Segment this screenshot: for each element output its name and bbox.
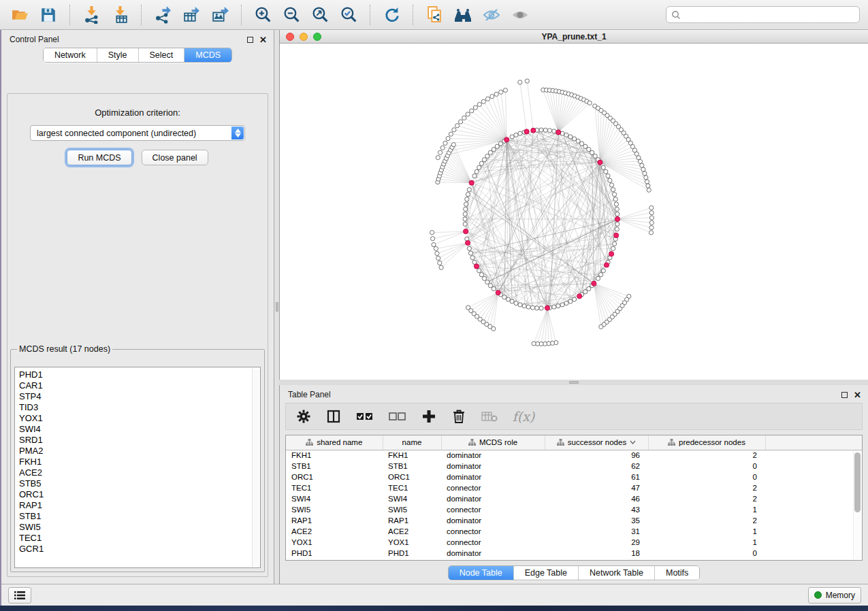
table-row[interactable]: PHD1PHD1dominator180	[286, 548, 862, 559]
import-table-icon[interactable]	[108, 3, 131, 27]
table-panel-title: Table Panel	[288, 390, 331, 399]
table-row[interactable]: TEC1TEC1connector472	[286, 482, 862, 493]
toolbar-separator	[413, 5, 413, 25]
export-image-icon[interactable]	[208, 3, 231, 27]
mcds-tab-content: Optimization criterion: largest connecte…	[7, 93, 268, 577]
tab-edge-table[interactable]: Edge Table	[513, 566, 578, 580]
zoom-out-icon[interactable]	[280, 3, 303, 27]
table-row[interactable]: RAP1RAP1dominator352	[286, 515, 862, 526]
column-header-shared-name[interactable]: shared name	[286, 435, 383, 450]
hide-selected-icon[interactable]	[480, 3, 503, 27]
mcds-result-item[interactable]: STB5	[19, 478, 260, 489]
run-mcds-button[interactable]: Run MCDS	[67, 150, 131, 165]
tab-motifs[interactable]: Motifs	[654, 566, 699, 580]
table-row[interactable]: SWI5SWI5connector431	[286, 504, 862, 515]
toolbar-separator	[370, 5, 370, 25]
zoom-fit-icon[interactable]	[308, 3, 332, 27]
memory-label: Memory	[826, 591, 855, 600]
column-header-successor-nodes[interactable]: successor nodes	[545, 435, 648, 450]
close-window-icon[interactable]	[286, 33, 294, 41]
list-icon	[14, 591, 25, 600]
tab-mcds[interactable]: MCDS	[184, 48, 231, 62]
close-panel-icon[interactable]: ✕	[259, 37, 267, 43]
mcds-result-item[interactable]: ACE2	[19, 467, 260, 478]
mcds-result-list[interactable]: PHD1CAR1STP4TID3YOX1SWI4SRD1PMA2FKH1ACE2…	[14, 367, 261, 568]
tab-select[interactable]: Select	[138, 48, 184, 62]
main-toolbar	[0, 0, 868, 30]
task-history-button[interactable]	[8, 587, 31, 604]
export-network-icon[interactable]	[151, 3, 174, 27]
mcds-result-item[interactable]: PMA2	[19, 446, 260, 457]
mcds-result-item[interactable]: TEC1	[19, 533, 260, 544]
mcds-result-item[interactable]: RAP1	[19, 500, 260, 511]
vertical-splitter[interactable]	[274, 30, 279, 584]
mcds-result-item[interactable]: STB1	[19, 511, 260, 522]
open-session-icon[interactable]	[8, 3, 31, 27]
mcds-result-item[interactable]: CAR1	[19, 380, 260, 391]
column-header-name[interactable]: name	[383, 435, 441, 450]
mcds-result-item[interactable]: FKH1	[19, 457, 260, 467]
import-network-icon[interactable]	[80, 3, 103, 27]
create-column-icon[interactable]	[421, 408, 437, 425]
table-row[interactable]: YOX1YOX1connector291	[286, 537, 862, 548]
float-panel-icon[interactable]	[841, 392, 848, 398]
close-panel-button[interactable]: Close panel	[142, 150, 208, 165]
clone-network-icon[interactable]	[423, 3, 446, 27]
table-row[interactable]: ORC1ORC1dominator610	[286, 472, 862, 482]
result-scrollbar[interactable]	[252, 368, 259, 567]
close-panel-icon[interactable]: ✕	[854, 392, 861, 398]
tab-network-table[interactable]: Network Table	[578, 566, 654, 580]
show-columns-icon[interactable]	[325, 408, 342, 425]
optimization-criterion-label: Optimization criterion:	[7, 108, 268, 118]
mcds-result-item[interactable]: SWI4	[19, 424, 260, 435]
zoom-selected-icon[interactable]	[337, 3, 360, 27]
network-window-titlebar[interactable]: YPA_prune.txt_1	[279, 30, 868, 44]
maximize-window-icon[interactable]	[313, 33, 321, 41]
mcds-result-item[interactable]: TID3	[19, 402, 260, 413]
first-neighbors-icon[interactable]	[451, 3, 475, 27]
table-row[interactable]: STB1STB1dominator620	[286, 461, 862, 472]
mcds-result-item[interactable]: PHD1	[19, 369, 260, 380]
mcds-result-group: MCDS result (17 nodes) PHD1CAR1STP4TID3Y…	[10, 344, 265, 572]
tab-node-table[interactable]: Node Table	[449, 566, 513, 580]
splitter-grip[interactable]	[276, 302, 278, 312]
delete-column-icon[interactable]	[451, 408, 467, 425]
mcds-result-item[interactable]: GCR1	[19, 544, 260, 555]
optimization-criterion-select[interactable]: largest connected component (undirected)	[30, 125, 245, 141]
show-all-icon[interactable]	[509, 3, 532, 27]
network-canvas[interactable]	[279, 44, 868, 380]
save-session-icon[interactable]	[37, 3, 60, 27]
tree-icon	[557, 439, 564, 446]
tab-network[interactable]: Network	[44, 48, 97, 62]
search-input[interactable]	[684, 10, 854, 20]
tree-icon	[468, 439, 476, 446]
mcds-result-item[interactable]: SWI5	[19, 522, 260, 533]
tree-icon	[306, 439, 313, 446]
table-settings-icon[interactable]	[295, 408, 312, 425]
table-row[interactable]: ACE2ACE2connector311	[286, 526, 862, 537]
splitter-grip[interactable]	[569, 381, 579, 384]
float-panel-icon[interactable]	[247, 37, 253, 43]
memory-button[interactable]: Memory	[808, 587, 861, 604]
column-header-mcds-role[interactable]: MCDS role	[441, 435, 545, 450]
minimize-window-icon[interactable]	[300, 33, 308, 41]
select-all-columns-icon[interactable]	[355, 408, 374, 425]
search-field[interactable]	[666, 6, 860, 23]
column-header-predecessor-nodes[interactable]: predecessor nodes	[648, 435, 765, 450]
mcds-result-item[interactable]: SRD1	[19, 435, 260, 446]
table-body[interactable]: FKH1FKH1dominator962STB1STB1dominator620…	[286, 450, 862, 559]
unselect-all-columns-icon[interactable]	[388, 408, 407, 425]
export-table-icon[interactable]	[180, 3, 203, 27]
table-row[interactable]: SWI4SWI4dominator462	[286, 493, 862, 504]
mcds-result-item[interactable]: YOX1	[19, 413, 260, 424]
zoom-in-icon[interactable]	[251, 3, 274, 27]
network-graph[interactable]	[280, 44, 868, 380]
scrollbar-thumb[interactable]	[854, 452, 861, 512]
horizontal-splitter[interactable]	[279, 380, 868, 385]
refresh-icon[interactable]	[380, 3, 403, 27]
table-scrollbar[interactable]	[853, 450, 861, 559]
mcds-result-item[interactable]: STP4	[19, 391, 260, 402]
mcds-result-item[interactable]: ORC1	[19, 489, 260, 500]
tab-style[interactable]: Style	[97, 48, 138, 62]
table-row[interactable]: FKH1FKH1dominator962	[286, 450, 862, 461]
